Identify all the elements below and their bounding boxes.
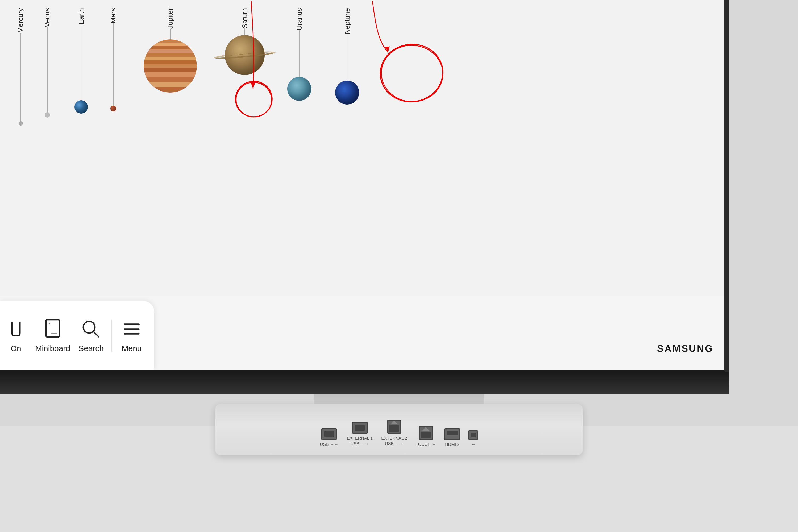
mercury-planet [19,121,23,126]
venus-column: Venus [43,8,51,118]
venus-line [47,27,48,115]
monitor-bottom-bezel [0,373,729,394]
search-icon [80,318,101,340]
miniboard-icon [42,318,63,340]
touch-port-icon [419,426,433,440]
uranus-planet [287,77,311,101]
neptune-planet [335,81,359,104]
usb-port-label: USB ←→ [320,442,338,447]
port-external2: EXTERNAL 2USB ←→ [381,420,407,447]
jupiter-planet [144,39,197,93]
mars-column: Mars [109,8,117,111]
hdmi2-port-label: HDMI 2 [445,442,459,447]
port-external1: EXTERNAL 1USB ←→ [347,422,373,447]
uranus-column: Uranus [287,8,311,101]
external1-port-icon [352,422,367,434]
earth-column: Earth [75,8,88,114]
menu-button[interactable]: Menu [114,313,149,358]
mercury-column: Mercury [17,8,25,126]
port-usb: USB ←→ [320,428,338,447]
jupiter-column: Jupiter [144,8,197,93]
jupiter-label: Jupiter [166,8,174,29]
monitor-stand-area: USB ←→ EXTERNAL 1USB ←→ EXTERNAL 2USB ←→ [0,394,798,532]
screen: Mercury Venus Earth Mars Jupiter [0,0,729,378]
mercury-line [20,33,21,124]
mars-line [113,23,114,109]
svg-rect-6 [46,320,59,337]
saturn-system [213,28,277,82]
uranus-label: Uranus [295,8,304,30]
stand-base: USB ←→ EXTERNAL 1USB ←→ EXTERNAL 2USB ←→ [215,404,583,455]
port-touch: TOUCH ← [416,426,436,447]
toolbar: On Miniboard Search [0,301,154,370]
neptune-column: Neptune [335,8,359,104]
power-icon [5,318,26,340]
miniboard-button[interactable]: Miniboard [32,313,74,358]
svg-line-10 [93,331,99,337]
miniboard-label: Miniboard [35,344,70,353]
earth-planet [75,100,88,114]
earth-label: Earth [77,8,86,24]
ports-row: USB ←→ EXTERNAL 1USB ←→ EXTERNAL 2USB ←→ [279,420,519,447]
mars-label: Mars [109,8,117,23]
usb-port-icon [321,428,337,440]
menu-icon [121,318,142,340]
mercury-label: Mercury [17,8,25,33]
mars-planet [110,106,116,111]
neptune-label: Neptune [343,8,352,34]
hdmi2-port-icon [444,428,460,440]
earth-line [81,24,81,107]
venus-label: Venus [43,8,51,27]
external2-port-label: EXTERNAL 2USB ←→ [381,436,407,447]
search-button[interactable]: Search [74,313,109,358]
port-hdmi2: HDMI 2 [444,428,460,447]
external2-port-icon [387,420,401,434]
touch-port-label: TOUCH ← [416,442,436,447]
menu-label: Menu [121,344,141,353]
external1-port-label: EXTERNAL 1USB ←→ [347,436,373,447]
venus-planet [45,112,50,118]
on-label: On [11,344,21,353]
on-button[interactable]: On [5,313,32,358]
toolbar-divider [111,320,112,352]
search-label: Search [78,344,104,353]
saturn-column: Saturn [213,8,277,82]
saturn-label: Saturn [241,8,249,28]
samsung-logo: SAMSUNG [657,343,714,354]
port-micro: ← [469,431,478,447]
micro-port-label: ← [471,442,475,447]
micro-port-icon [469,431,478,440]
